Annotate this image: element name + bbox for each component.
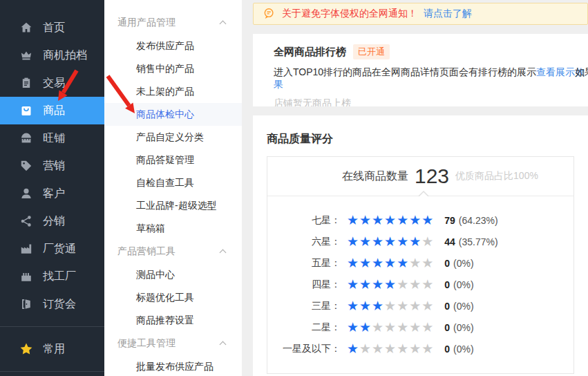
- star-rating-row: 二星： ★★★★★★★ 0 (0%): [267, 317, 573, 338]
- submenu-entry[interactable]: 产品营销工具: [104, 240, 242, 263]
- tier-percentage: (0%): [453, 279, 474, 290]
- notice-learn-more-link[interactable]: 请点击了解: [424, 8, 472, 20]
- tier-percentage: (0%): [453, 301, 474, 312]
- submenu-entry-label: 工业品牌-超级选型: [136, 200, 217, 212]
- notice-text: 关于避免字体侵权的全网通知！: [282, 8, 417, 20]
- door-icon: [19, 297, 33, 311]
- empty-stars: ★★★★★: [372, 320, 434, 335]
- ranking-status-badge: 已开通: [353, 44, 390, 59]
- star-rating-icons: ★★★★★★★: [347, 342, 434, 355]
- sidebar-item-label: 找工厂: [43, 270, 76, 284]
- empty-stars: ★★★★: [384, 299, 434, 313]
- submenu-entry[interactable]: 产品自定义分类: [104, 126, 242, 149]
- filled-stars: ★★★: [347, 299, 384, 313]
- star-tier-label: 一星及以下：: [267, 343, 341, 355]
- chevron-up-icon: [220, 250, 227, 256]
- ranking-empty-state: 店铺暂无商品上榜: [274, 97, 588, 106]
- star-tier-label: 六星：: [267, 236, 341, 248]
- submenu-entry[interactable]: 通用产品管理: [104, 11, 242, 35]
- sidebar-item-label: 交易: [43, 76, 65, 91]
- store-icon: [19, 131, 33, 145]
- ranking-clipped-text: 如果: [575, 66, 588, 79]
- submenu-entry[interactable]: 自检自查工具: [104, 171, 242, 194]
- submenu-entry-label: 商品体检中心: [136, 109, 194, 121]
- star-rating-icons: ★★★★★★★: [347, 256, 434, 270]
- sidebar-item-label: 常用: [43, 342, 65, 357]
- star-rating-row: 三星： ★★★★★★★ 0 (0%): [267, 295, 573, 317]
- submenu-entry[interactable]: 商品推荐设置: [104, 309, 242, 332]
- caret-up-icon-fill: [418, 192, 429, 198]
- sidebar-item[interactable]: 营销: [0, 152, 104, 180]
- filled-stars: ★★★★★★: [347, 234, 421, 249]
- filled-stars: ★★★★: [347, 277, 397, 292]
- submenu-entry[interactable]: 销售中的产品: [104, 57, 242, 80]
- sidebar-item[interactable]: 常用: [0, 335, 104, 363]
- submenu-entry[interactable]: 便捷工具管理: [104, 332, 242, 355]
- star-tier-label: 二星：: [267, 321, 341, 334]
- tier-percentage: (0%): [453, 344, 474, 355]
- filled-stars: ★★: [347, 320, 372, 335]
- clipboard-icon: [19, 76, 33, 90]
- sidebar-item[interactable]: 厂货通: [0, 235, 104, 263]
- sidebar-item-label: 商机拍档: [43, 48, 87, 63]
- submenu-entry[interactable]: 未上架的产品: [104, 80, 242, 103]
- submenu-entry[interactable]: 发布供应产品: [104, 35, 242, 57]
- sidebar-item[interactable]: 旺铺: [0, 124, 104, 152]
- sidebar-item[interactable]: [0, 371, 104, 372]
- sidebar-item-label: 厂货通: [43, 242, 76, 256]
- star-rating-icons: ★★★★★★★: [347, 299, 434, 312]
- announcement-bubble-icon: [263, 8, 276, 21]
- font-copyright-notice-bar: 关于避免字体侵权的全网通知！ 请点击了解: [253, 3, 588, 25]
- star-tier-label: 三星：: [267, 300, 341, 312]
- submenu-entry[interactable]: 商品答疑管理: [104, 149, 242, 171]
- chevron-up-icon: [220, 341, 227, 348]
- online-products-label: 在线商品数量: [342, 169, 408, 184]
- submenu-entry[interactable]: 商品体检中心: [104, 103, 242, 126]
- sidebar-item-label: 订货会: [43, 297, 76, 312]
- sidebar-item-label: 商品: [43, 104, 65, 118]
- submenu-entry-label: 产品自定义分类: [136, 131, 204, 144]
- crown-icon: [19, 48, 33, 62]
- star-rating-row: 四星： ★★★★★★★ 0 (0%): [267, 274, 573, 295]
- submenu-entry[interactable]: 工业品牌-超级选型: [104, 194, 242, 217]
- bag-icon: [19, 104, 33, 118]
- submenu-entry[interactable]: 标题优化工具: [104, 286, 242, 309]
- star-tier-label: 五星：: [267, 257, 341, 270]
- sidebar-item-label: 营销: [43, 159, 65, 173]
- filled-stars: ★★★★★: [347, 256, 409, 270]
- online-products-count: 123: [415, 164, 449, 188]
- sidebar-item[interactable]: 找工厂: [0, 263, 104, 290]
- submenu-entry-label: 测品中心: [136, 269, 175, 281]
- submenu-entry-label: 未上架的产品: [136, 86, 194, 98]
- star-rating-icons: ★★★★★★★: [347, 278, 434, 291]
- star-rating-list: 七星： ★★★★★★★ 79 (64.23%) 六星： ★★★★★★★ 44 (…: [267, 196, 573, 373]
- ranking-description: 进入TOP10排行的商品在全网商品详情页面会有排行榜的展示: [274, 66, 536, 77]
- empty-stars: ★: [421, 234, 434, 249]
- quality-score-title: 商品质量评分: [267, 132, 574, 147]
- sidebar-item[interactable]: 首页: [0, 14, 104, 41]
- star-rating-icons: ★★★★★★★: [347, 214, 434, 227]
- sidebar-item-label: 客户: [43, 187, 65, 201]
- submenu-entry-label: 产品营销工具: [117, 245, 176, 258]
- sidebar-item[interactable]: 商机拍档: [0, 41, 104, 69]
- sidebar-item[interactable]: 交易: [0, 69, 104, 97]
- sidebar-item[interactable]: 商品: [0, 97, 104, 124]
- submenu-entry[interactable]: 测品中心: [104, 263, 242, 286]
- ranking-card: 全网商品排行榜 已开通 进入TOP10排行的商品在全网商品详情页面会有排行榜的展…: [253, 34, 588, 106]
- chevron-up-icon: [220, 21, 227, 28]
- product-submenu: 通用产品管理 发布供应产品 销售中的产品 未上架的产品 商品体检中心 产品自定义…: [104, 0, 242, 376]
- tier-percentage: (0%): [453, 322, 474, 333]
- factory-icon: [19, 242, 33, 256]
- submenu-entry[interactable]: 批量发布供应产品: [104, 355, 242, 376]
- submenu-entry-label: 通用产品管理: [117, 17, 176, 29]
- home-icon: [19, 21, 33, 35]
- sidebar-item[interactable]: 订货会: [0, 290, 104, 318]
- share-icon: [19, 214, 33, 228]
- submenu-entry-label: 销售中的产品: [136, 63, 194, 75]
- submenu-entry[interactable]: 草稿箱: [104, 217, 242, 240]
- sidebar-item[interactable]: 分销: [0, 207, 104, 235]
- ranking-title: 全网商品排行榜: [274, 46, 346, 59]
- sidebar-item[interactable]: [0, 326, 104, 327]
- sidebar-item[interactable]: 客户: [0, 180, 104, 207]
- ranking-description-row: 进入TOP10排行的商品在全网商品详情页面会有排行榜的展示查看展示效果 如果: [274, 66, 588, 91]
